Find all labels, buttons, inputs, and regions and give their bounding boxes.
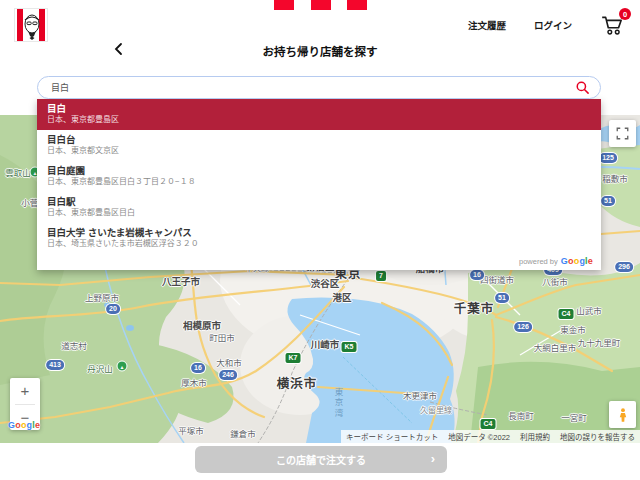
suggestion-main-text: 目白 [47,103,591,115]
google-logo-letter: e [35,420,40,430]
cart-button[interactable]: 0 [600,13,624,37]
suggestion-main-text: 目白大学 さいたま岩槻キャンパス [47,227,591,239]
road-shield: K5 [342,342,357,352]
map-place-label: 九十九里町 [578,336,621,348]
map-place-label: 山武市 [576,304,602,316]
header-actions: 注文履歴 ログイン 0 [468,13,624,37]
map-place-label: 千葉市 [454,298,495,317]
map-place-label: 八王子市 [162,274,200,288]
map-place-label: 川崎市 [311,337,340,351]
road-shield: 20 [106,304,120,314]
map-place-label: 八街市 [542,275,568,287]
road-shield: K7 [286,353,301,363]
map-place-label: 東京湾 [332,387,344,419]
store-locator-page: 東京新宿区渋谷区港区川崎市横浜市船橋市千葉市八王子市相模原市上野原市立川市町田市… [0,0,640,480]
order-history-link[interactable]: 注文履歴 [468,18,506,32]
road-shield: 413 [46,360,64,370]
google-logo-letter: G [561,256,568,266]
page-title: お持ち帰り店舗を探す [0,43,640,59]
map-place-label: 厚木市 [181,376,207,388]
map-place-label: 鎌倉市 [230,427,256,439]
suggestion-main-text: 目白庭園 [47,165,591,177]
pegman-button[interactable] [609,401,636,428]
road-shield: 7 [376,271,386,281]
order-button-label: この店舗で注文する [276,455,366,466]
map-place-label: 上野原市 [85,291,119,303]
map-place-label: 木更津市 [403,389,437,401]
map-attribution-link[interactable]: キーボード ショートカット [341,431,443,442]
kfc-stripe-banner [0,0,640,10]
suggestion-item[interactable]: 目白駅 日本、東京都豊島区目白 [37,192,601,223]
suggestion-item[interactable]: 目白台 日本、東京都文京区 [37,130,601,161]
suggestion-sub-text: 日本、東京都豊島区 [47,115,591,125]
fullscreen-icon [615,126,630,141]
colonel-face-icon [15,9,49,43]
suggestion-item[interactable]: 目白大学 さいたま岩槻キャンパス 日本、埼玉県さいたま市岩槻区浮谷３２０ [37,223,601,254]
bottom-bar: この店舗で注文する › [0,443,640,480]
map-place-label: 東金市 [560,323,586,335]
powered-by-text: powered by [519,257,558,266]
zoom-in-button[interactable]: + [10,378,40,404]
map-place-label: 町田市 [209,331,235,343]
login-link[interactable]: ログイン [534,18,572,32]
road-shield: 16 [470,270,484,280]
suggestion-list: 目白 日本、東京都豊島区 目白台 日本、東京都文京区 目白庭園 日本、東京都豊島… [37,99,601,254]
fullscreen-button[interactable] [609,120,636,147]
suggestion-item[interactable]: 目白 日本、東京都豊島区 [37,99,601,130]
map-place-label: 渋谷区 [311,276,340,290]
powered-by-google: powered by Google [37,254,601,270]
road-shield: 125 [599,153,617,163]
kfc-logo[interactable] [14,8,48,42]
subheader: お持ち帰り店舗を探す [0,40,640,66]
store-search [37,76,601,99]
mountain-marker-icon: ▲ [117,361,128,372]
road-shield: 16 [191,363,205,373]
map-place-label: 丹沢山 [87,362,113,374]
map-attribution-link[interactable]: 地図データ ©2022 [443,431,515,442]
cart-count-badge: 0 [619,8,631,20]
google-map-logo[interactable]: Google [8,418,40,430]
top-header: 注文履歴 ログイン 0 お持ち帰り店舗を探す [0,0,640,66]
suggestion-sub-text: 日本、東京都豊島区目白３丁目２０−１８ [47,177,591,187]
map-place-label: 相模原市 [183,318,221,332]
map-attribution-link[interactable]: 利用規約 [515,431,555,442]
suggestion-sub-text: 日本、埼玉県さいたま市岩槻区浮谷３２０ [47,239,591,249]
search-input[interactable] [37,76,601,99]
map-place-label: 横浜市 [277,373,318,392]
map-place-label: 大和市 [216,356,242,368]
search-suggestions-dropdown: 目白 日本、東京都豊島区 目白台 日本、東京都文京区 目白庭園 日本、東京都豊島… [37,99,601,270]
map-attribution-bar: キーボード ショートカット地図データ ©2022利用規約地図の誤りを報告する [341,430,640,443]
map-place-label: 道志村 [61,339,87,351]
map-place-label: 一宮町 [561,411,587,423]
search-icon[interactable] [575,80,590,95]
suggestion-item[interactable]: 目白庭園 日本、東京都豊島区目白３丁目２０−１８ [37,161,601,192]
suggestion-main-text: 目白駅 [47,196,591,208]
map-place-label: 大網白里市 [534,341,577,353]
chevron-right-icon: › [431,452,435,466]
map-place-label: 平塚市 [178,424,204,436]
suggestion-sub-text: 日本、東京都豊島区目白 [47,208,591,218]
map-attribution-link[interactable]: 地図の誤りを報告する [555,431,640,442]
road-shield: 246 [219,370,237,380]
road-shield: 51 [495,293,509,303]
road-shield: 126 [514,322,532,332]
suggestion-sub-text: 日本、東京都文京区 [47,146,591,156]
map-place-label: 久留里線 [420,404,452,415]
map-place-label: 四街道市 [480,273,514,285]
pegman-icon [615,406,631,424]
map-place-label: 雲取山 [5,166,31,178]
order-at-store-button[interactable]: この店舗で注文する › [195,446,447,473]
map-place-label: 港区 [332,290,351,304]
map-place-label: 稲敷市 [602,172,628,184]
road-shield: C4 [481,419,496,429]
road-shield: 296 [615,262,633,272]
google-logo-letter: e [588,256,593,266]
map-place-label: 長南町 [508,409,534,421]
suggestion-main-text: 目白台 [47,134,591,146]
road-shield: 51 [601,196,615,206]
road-shield: C4 [559,309,574,319]
